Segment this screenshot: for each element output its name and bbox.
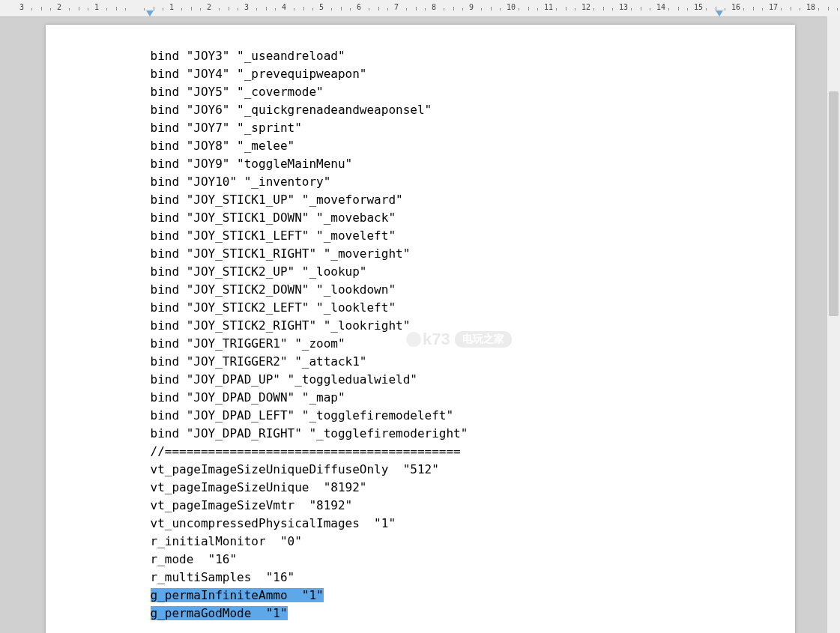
text-line[interactable]: bind "JOY_DPAD_UP" "_toggledualwield": [151, 372, 417, 387]
svg-marker-0: [146, 10, 154, 16]
text-line[interactable]: r_initialMonitor "0": [151, 534, 302, 548]
text-line[interactable]: bind "JOY_STICK1_RIGHT" "_moveright": [151, 246, 411, 261]
ruler-segment: 14: [659, 0, 697, 16]
text-line[interactable]: bind "JOY_STICK2_UP" "_lookup": [151, 264, 367, 279]
ruler-tick: [556, 8, 557, 10]
text-line[interactable]: bind "JOY_STICK1_LEFT" "_moveleft": [151, 228, 396, 243]
ruler-tick: [444, 8, 444, 10]
ruler-number: 3: [19, 3, 24, 11]
vertical-scrollbar[interactable]: [827, 16, 840, 633]
text-line[interactable]: vt_pageImageSizeUniqueDiffuseOnly "512": [151, 462, 439, 476]
ruler-tick: [219, 8, 220, 10]
text-line[interactable]: bind "JOY8" "_melee": [151, 139, 295, 153]
ruler-tick: [706, 8, 707, 10]
ruler-tick: [50, 8, 51, 10]
ruler-tick: [593, 8, 594, 10]
ruler-segment: 9: [472, 0, 510, 16]
ruler-segment: 3: [247, 0, 285, 16]
ruler-tick: [116, 7, 117, 10]
ruler-segment: 5: [322, 0, 360, 16]
text-line[interactable]: bind "JOY_DPAD_LEFT" "_togglefiremodelef…: [151, 408, 454, 422]
text-line[interactable]: vt_uncompressedPhysicalImages "1": [151, 516, 396, 530]
ruler-tick: [312, 8, 313, 10]
ruler-tick: [238, 8, 238, 10]
ruler-tick: [491, 7, 492, 10]
left-margin-marker-icon[interactable]: [146, 10, 154, 16]
ruler-tick: [125, 8, 126, 10]
ruler-segment: 2: [60, 0, 97, 16]
ruler-tick: [416, 7, 417, 10]
text-line[interactable]: bind "JOY_STICK2_LEFT" "_lookleft": [151, 300, 396, 315]
ruler-tick: [781, 8, 782, 10]
ruler-segment: 8: [435, 0, 472, 16]
ruler-segment: 4: [285, 0, 322, 16]
text-line[interactable]: bind "JOY4" "_prevequipweapon": [151, 67, 367, 81]
text-line[interactable]: bind "JOY_STICK1_UP" "_moveforward": [151, 193, 403, 207]
ruler-number: 10: [507, 3, 516, 11]
selected-text-line[interactable]: g_permaGodMode "1": [151, 606, 288, 620]
ruler-tick: [41, 7, 42, 10]
text-line[interactable]: bind "JOY9" "toggleMainMenu": [151, 157, 353, 171]
ruler-tick: [528, 7, 529, 10]
ruler-segment: 17: [772, 0, 809, 16]
selected-text-line[interactable]: g_permaInfiniteAmmo "1": [151, 588, 324, 602]
ruler-segment: [135, 0, 172, 16]
ruler-tick: [229, 7, 229, 10]
ruler-tick: [88, 8, 88, 10]
ruler-tick: [341, 7, 342, 10]
text-line[interactable]: bind "JOY10" "_inventory": [151, 175, 331, 189]
ruler-tick: [650, 8, 650, 10]
text-line[interactable]: vt_pageImageSizeVmtr "8192": [151, 498, 353, 512]
scrollbar-thumb[interactable]: [829, 91, 839, 316]
text-line[interactable]: bind "JOY6" "_quickgrenadeandweaponsel": [151, 103, 432, 117]
right-margin-marker-icon[interactable]: [716, 10, 723, 16]
ruler-tick: [612, 8, 613, 10]
ruler-number: 16: [731, 3, 740, 11]
ruler-segment: 11: [547, 0, 584, 16]
text-line[interactable]: vt_pageImageSizeUnique "8192": [151, 480, 367, 494]
text-line[interactable]: bind "JOY_TRIGGER2" "_attack1": [151, 354, 367, 369]
text-line[interactable]: r_mode "16": [151, 552, 238, 566]
ruler-number: 7: [394, 3, 399, 11]
ruler-tick: [144, 8, 145, 10]
ruler-tick: [294, 8, 294, 10]
ruler-segment: 7: [397, 0, 435, 16]
ruler-segment: 18: [809, 0, 840, 16]
text-line[interactable]: bind "JOY_TRIGGER1" "_zoom": [151, 336, 345, 351]
text-line[interactable]: r_multiSamples "16": [151, 570, 295, 584]
ruler-number: 1: [94, 3, 99, 11]
ruler-tick: [743, 8, 744, 10]
ruler-tick: [181, 8, 182, 10]
ruler-tick: [828, 7, 829, 10]
ruler-number: 14: [656, 3, 665, 11]
ruler-tick: [519, 8, 519, 10]
text-line[interactable]: bind "JOY_STICK2_RIGHT" "_lookright": [151, 318, 411, 333]
ruler-tick: [725, 8, 725, 10]
ruler-segment: 10: [510, 0, 547, 16]
ruler-segment: 6: [360, 0, 397, 16]
ruler-number: 12: [581, 3, 590, 11]
text-line[interactable]: bind "JOY5" "_covermode": [151, 85, 324, 99]
ruler-number: 5: [319, 3, 324, 11]
text-line[interactable]: bind "JOY_DPAD_DOWN" "_map": [151, 390, 345, 405]
text-line[interactable]: bind "JOY7" "_sprint": [151, 121, 302, 135]
ruler-tick: [191, 7, 192, 10]
ruler-tick: [106, 8, 107, 10]
svg-marker-1: [716, 10, 723, 16]
text-line[interactable]: //======================================…: [151, 444, 461, 458]
ruler-tick: [387, 8, 388, 10]
ruler-segment: 1: [172, 0, 210, 16]
ruler-tick: [256, 8, 257, 10]
text-line[interactable]: bind "JOY_DPAD_RIGHT" "_togglefiremoderi…: [151, 426, 468, 440]
ruler-number: 18: [806, 3, 815, 11]
text-line[interactable]: bind "JOY_STICK2_DOWN" "_lookdown": [151, 282, 396, 297]
ruler-tick: [350, 8, 351, 10]
text-line[interactable]: bind "JOY_STICK1_DOWN" "_moveback": [151, 211, 396, 225]
ruler-number: 1: [169, 3, 174, 11]
ruler-tick: [500, 8, 501, 10]
document-page[interactable]: bind "JOY3" "_useandreload"bind "JOY4" "…: [46, 25, 795, 633]
text-line[interactable]: bind "JOY3" "_useandreload": [151, 49, 345, 63]
ruler-tick: [481, 8, 482, 10]
ruler-tick: [266, 7, 267, 10]
ruler-tick: [575, 8, 575, 10]
